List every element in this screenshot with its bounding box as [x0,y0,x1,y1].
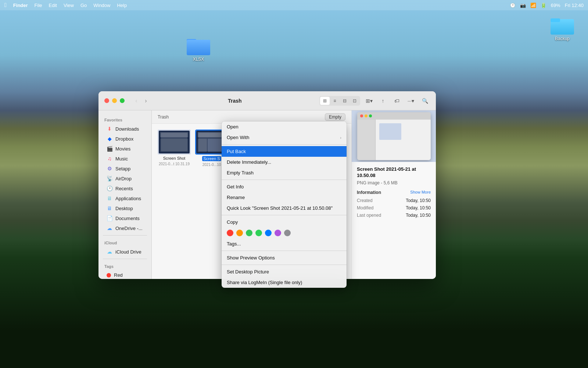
created-value: Today, 10:50 [406,198,431,203]
menubar:  Finder File Edit View Go Window Help 🕐… [0,0,588,10]
search-button[interactable]: 🔍 [420,96,430,106]
cm-sep-3 [222,215,347,215]
sidebar-item-downloads[interactable]: ⬇ Downloads [101,124,149,134]
setapp-icon: ⚙ [107,166,112,171]
tag-purple[interactable] [275,230,281,236]
time-display: Fri 12:40 [565,3,584,8]
favorites-label: Favorites [98,115,151,124]
sidebar-documents-label: Documents [115,216,140,221]
close-button[interactable] [104,98,109,103]
file-thumb-1 [158,130,191,155]
preview-row-created: Created Today, 10:50 [357,198,431,203]
sidebar-item-recents[interactable]: 🕐 Recents [101,184,149,193]
cm-tags[interactable]: Tags... [222,238,347,249]
tag-gray[interactable] [284,230,291,236]
movies-icon: 🎬 [107,146,112,152]
xlsx-folder-label: XLSX [193,57,204,62]
sidebar-item-icloud[interactable]: ☁ iCloud Drive [101,247,149,256]
edit-menu[interactable]: Edit [49,3,57,8]
tag-orange[interactable] [236,230,243,236]
tag-red[interactable] [227,230,233,236]
cm-get-info[interactable]: Get Info [222,181,347,192]
preview-image [352,110,436,162]
xlsx-folder-icon [187,36,210,55]
preview-meta: Screen Shot 2021-05-21 at 10.50.08 PNG i… [352,162,436,279]
cm-open-with[interactable]: Open With › [222,132,347,143]
go-menu[interactable]: Go [80,3,87,8]
music-icon: ♫ [107,156,112,162]
preview-info-label: Information Show More [357,190,431,195]
view-menu[interactable]: View [64,3,74,8]
cm-put-back[interactable]: Put Back [222,146,347,157]
menubar-left:  Finder File Edit View Go Window Help [4,2,127,8]
fullscreen-button[interactable] [120,98,125,103]
icloud-icon: ☁ [107,249,112,255]
cm-rename[interactable]: Rename [222,192,347,203]
desktop-folder-backup[interactable]: Backup [548,15,577,41]
sidebar-airdrop-label: AirDrop [115,176,132,181]
file-menu[interactable]: File [35,3,42,8]
sidebar-item-movies[interactable]: 🎬 Movies [101,144,149,153]
backup-folder-icon [551,15,574,35]
sidebar-applications-label: Applications [115,196,141,201]
cm-copy[interactable]: Copy [222,217,347,227]
empty-trash-button[interactable]: Empty [325,113,345,121]
back-button[interactable]: ‹ [132,96,141,105]
finder-menu[interactable]: Finder [13,3,28,8]
cm-open[interactable]: Open [222,121,347,132]
gallery-view-button[interactable]: ⊡ [350,97,359,105]
cm-share-logmein[interactable]: Share via LogMeIn (Single file only) [222,277,347,288]
cm-sep-2 [222,180,347,180]
cm-quick-look[interactable]: Quick Look "Screen Shot 2021-05-21 at 10… [222,203,347,213]
open-with-arrow: › [340,135,341,140]
help-menu[interactable]: Help [117,3,127,8]
tag-teal[interactable] [255,230,262,236]
battery-icon: 🔋 [541,3,546,8]
icon-view-button[interactable]: ⊞ [320,97,330,105]
sidebar-icloud-label: iCloud Drive [115,249,141,255]
airdrop-icon: 📡 [107,176,112,181]
red-tag-dot [107,273,111,277]
preview-panel: Screen Shot 2021-05-21 at 10.50.08 PNG i… [351,110,436,279]
cm-show-preview[interactable]: Show Preview Options [222,252,347,263]
desktop-folder-xlsx[interactable]: XLSX [184,36,213,62]
sidebar-item-onedrive[interactable]: ☁ OneDrive -... [101,223,149,233]
tag-blue[interactable] [265,230,272,236]
arrange-button[interactable]: ⊞▾ [364,96,374,106]
backup-folder-label: Backup [555,36,570,41]
sidebar-movies-label: Movies [115,146,130,152]
file-name-2: Screen S [202,156,221,161]
sidebar-item-music[interactable]: ♫ Music [101,154,149,163]
show-more-link[interactable]: Show More [410,190,431,194]
preview-row-modified: Modified Today, 10:50 [357,205,431,210]
sidebar-item-applications[interactable]: 🖥 Applications [101,194,149,203]
nav-arrows: ‹ › [132,96,150,105]
share-button[interactable]: ↑ [378,96,388,106]
icloud-label: iCloud [98,238,151,247]
downloads-icon: ⬇ [107,126,112,132]
tags-label: Tags [98,261,151,270]
preview-subtitle: PNG image - 5,6 MB [357,180,431,185]
file-item-1[interactable]: Screen Shot 2021-0...t 10.31.19 [158,130,191,166]
sidebar-item-dropbox[interactable]: ◆ Dropbox [101,134,149,144]
sidebar-item-setapp[interactable]: ⚙ Setapp [101,164,149,173]
sidebar-item-airdrop[interactable]: 📡 AirDrop [101,174,149,183]
desktop-icon-side: 🖥 [107,205,112,211]
cm-empty-trash[interactable]: Empty Trash [222,167,347,178]
window-menu[interactable]: Window [93,3,110,8]
sidebar-music-label: Music [115,156,128,162]
forward-button[interactable]: › [141,96,150,105]
apple-menu[interactable]:  [4,2,7,8]
sidebar-item-documents[interactable]: 📄 Documents [101,213,149,223]
column-view-button[interactable]: ⊟ [340,97,349,105]
list-view-button[interactable]: ≡ [330,97,340,105]
cm-delete-immediately[interactable]: Delete Immediately... [222,157,347,167]
tag-button[interactable]: 🏷 [392,96,402,106]
modified-label: Modified [357,205,373,210]
cm-set-desktop[interactable]: Set Desktop Picture [222,266,347,277]
sidebar-item-desktop[interactable]: 🖥 Desktop [101,204,149,213]
minimize-button[interactable] [112,98,117,103]
sidebar-item-red-tag[interactable]: Red [101,270,149,279]
more-button[interactable]: ···▾ [406,96,416,106]
tag-green[interactable] [246,230,252,236]
